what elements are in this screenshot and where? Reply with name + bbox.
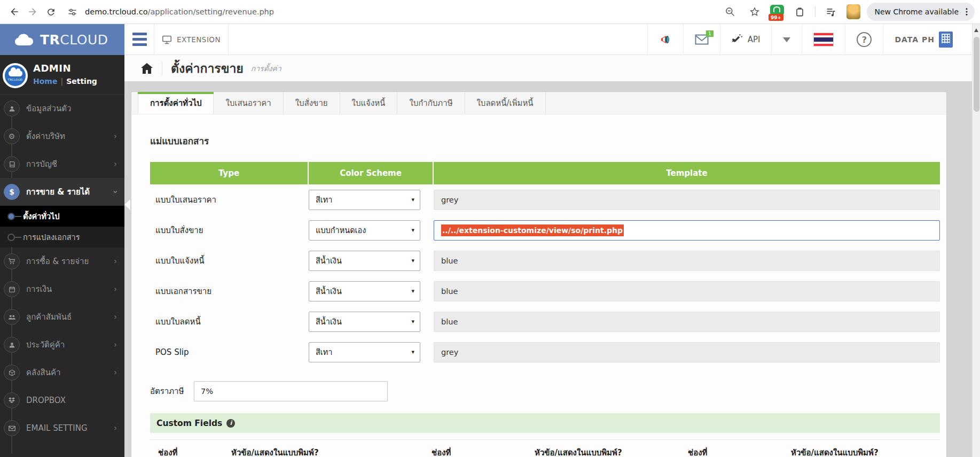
box-icon <box>4 365 20 381</box>
tab-tax-invoice[interactable]: ใบกำกับภาษี <box>397 92 465 114</box>
tabstrip: การตั้งค่าทั่วไป ใบเสนอราคา ใบสั่งขาย ใบ… <box>131 92 946 114</box>
cf-col-title: หัวข้อ/แสดงในแบบพิมพ์? <box>231 446 319 457</box>
tax-rate-input[interactable] <box>194 381 388 401</box>
bookmark-star-icon[interactable] <box>746 3 764 21</box>
template-input: blue <box>434 251 940 271</box>
back-button[interactable] <box>5 3 23 21</box>
cart-icon <box>4 253 20 269</box>
info-icon[interactable]: i <box>226 419 235 428</box>
chevron-right-icon: › <box>114 257 117 266</box>
kebab-menu-icon[interactable] <box>962 7 971 17</box>
browser-toolbar: demo.trcloud.co/application/setting/reve… <box>0 0 980 24</box>
sidebar-item-personal-info[interactable]: ข้อมูลส่วนตัว <box>0 95 124 122</box>
dropbox-icon <box>4 392 20 408</box>
sidebar-item-email-setting[interactable]: EMAIL SETTING › <box>0 414 124 442</box>
extensions-icon[interactable] <box>790 3 809 21</box>
forward-button[interactable] <box>23 3 42 21</box>
color-scheme-select[interactable]: สีน้ำเงิน▾ <box>309 281 420 301</box>
sidebar-item-sales-revenue[interactable]: $ การขาย & รายได้ › <box>0 178 124 206</box>
gear-icon: ⚙ <box>4 128 20 144</box>
extension-badge: 99+ <box>769 14 783 21</box>
table-row: แบบเอกสารขาย สีน้ำเงิน▾ blue <box>150 276 940 306</box>
table-row: แบบใบสั่งขาย แบบกำหนดเอง▾ ../../extensio… <box>150 215 940 245</box>
dollar-icon: $ <box>4 184 20 200</box>
color-scheme-select[interactable]: สีน้ำเงิน▾ <box>309 312 420 332</box>
extension-99-icon[interactable]: 99+ <box>770 5 784 19</box>
language-button[interactable] <box>802 24 845 55</box>
setting-link[interactable]: Setting <box>66 77 97 86</box>
color-scheme-select[interactable]: แบบกำหนดเอง▾ <box>309 220 420 241</box>
scrollbar-up-arrow[interactable] <box>974 28 978 32</box>
site-info-icon[interactable] <box>67 7 77 17</box>
chevron-right-icon: › <box>114 159 117 169</box>
thai-flag-icon <box>813 33 834 47</box>
mail-button[interactable]: 1 <box>683 24 720 55</box>
home-link[interactable]: Home <box>33 77 57 86</box>
url-text[interactable]: demo.trcloud.co/application/setting/reve… <box>85 7 274 16</box>
help-button[interactable]: ? <box>845 24 883 55</box>
sidebar-subitem-general-settings[interactable]: ตั้งค่าทั่วไป <box>0 206 124 227</box>
template-input-focused[interactable]: ../../extension-customize/view/so/print.… <box>434 220 940 241</box>
home-icon[interactable] <box>140 63 153 74</box>
building-icon <box>939 32 953 48</box>
plug-icon <box>732 34 743 45</box>
table-row: POS Slip สีเทา▾ grey <box>150 337 940 367</box>
color-scheme-select[interactable]: สีน้ำเงิน▾ <box>309 251 420 271</box>
sidebar-item-finance[interactable]: การเงิน › <box>0 275 124 303</box>
hamburger-menu-icon[interactable] <box>132 33 147 46</box>
mail-icon <box>4 420 20 436</box>
page-subtitle: การตั้งค่า <box>251 63 281 74</box>
data-ph-button[interactable]: DATA PH <box>883 24 964 55</box>
sidebar-item-company-settings[interactable]: ⚙ ตั้งค่าบริษัท › <box>0 122 124 150</box>
selected-text: ../../extension-customize/view/so/print.… <box>441 224 624 236</box>
cf-col-no: ช่องที่ <box>432 446 451 457</box>
scrollbar-thumb[interactable] <box>974 37 979 112</box>
zoom-indicator-icon[interactable] <box>721 3 739 21</box>
custom-fields-band: Custom Fields i <box>150 413 940 433</box>
profile-name: ADMIN <box>33 63 124 74</box>
tab-credit-debit-note[interactable]: ใบลดหนี้/เพิ่มหนี้ <box>465 92 546 114</box>
cf-col-no: ช่องที่ <box>688 446 707 457</box>
tab-invoice[interactable]: ใบแจ้งหนี้ <box>340 92 398 114</box>
playlist-icon[interactable] <box>822 3 840 21</box>
sidebar-item-partner-history[interactable]: ประวัติคู่ค้า › <box>0 331 124 359</box>
extension-tab[interactable]: EXTENSION <box>154 24 229 55</box>
tab-quotation[interactable]: ใบเสนอราคา <box>214 92 283 114</box>
sidebar-item-inventory[interactable]: คลังสินค้า › <box>0 359 124 386</box>
url-path: /application/setting/revenue.php <box>148 7 274 16</box>
chevron-right-icon: › <box>114 131 117 141</box>
tab-general-settings[interactable]: การตั้งค่าทั่วไป <box>138 92 214 114</box>
template-table: Type Color Scheme Template แบบใบเสนอราคา… <box>150 162 940 367</box>
cf-col-title: หัวข้อ/แสดงในแบบพิมพ์? <box>535 446 622 457</box>
cf-col-title: หัวข้อ/แสดงในแบบพิมพ์? <box>791 446 879 457</box>
api-button[interactable]: API <box>720 24 772 55</box>
chrome-update-chip[interactable]: New Chrome available <box>867 3 975 21</box>
users-icon <box>4 309 20 325</box>
color-scheme-select[interactable]: สีเทา▾ <box>309 190 420 210</box>
sidebar-item-crm[interactable]: ลูกค้าสัมพันธ์ › <box>0 303 124 331</box>
sidebar-profile: TRCLOUD ADMIN Home|Setting <box>0 55 124 95</box>
sidebar-subitem-document-conversion[interactable]: การแปลงเอกสาร <box>0 227 124 247</box>
omnibox[interactable]: demo.trcloud.co/application/setting/reve… <box>67 7 721 17</box>
chevron-right-icon: › <box>114 340 117 350</box>
sidebar-item-accounting[interactable]: การบัญชี › <box>0 150 124 178</box>
chevron-right-icon: › <box>114 368 117 377</box>
template-input: blue <box>434 312 940 332</box>
help-icon: ? <box>857 32 872 47</box>
avatar[interactable]: TRCLOUD <box>3 63 28 88</box>
main-area: ตั้งค่าการขาย การตั้งค่า การตั้งค่าทั่วไ… <box>124 55 972 457</box>
sidebar-item-dropbox[interactable]: DROPBOX <box>0 386 124 414</box>
sidebar-item-purchases-expenses[interactable]: การซื้อ & รายจ่าย › <box>0 247 124 275</box>
color-scheme-select[interactable]: สีเทา▾ <box>309 342 420 362</box>
announcement-button[interactable] <box>647 24 683 55</box>
table-row: แบบใบลดหนี้ สีน้ำเงิน▾ blue <box>150 306 940 337</box>
custom-fields-heading: Custom Fields <box>156 419 222 428</box>
profile-avatar[interactable] <box>846 4 860 19</box>
reload-button[interactable] <box>42 3 60 21</box>
brand-logo[interactable]: TRCLOUD <box>0 24 124 55</box>
page-scrollbar[interactable] <box>972 24 980 457</box>
dot-icon <box>7 234 15 241</box>
chevron-right-icon: › <box>114 423 117 433</box>
tab-sales-order[interactable]: ใบสั่งขาย <box>284 92 340 114</box>
header-dropdown-button[interactable] <box>771 24 802 55</box>
